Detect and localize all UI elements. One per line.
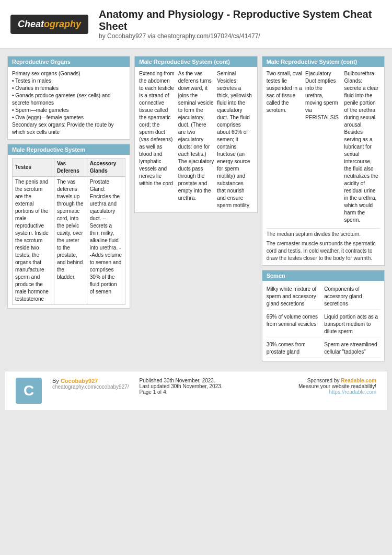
section-content-male-cont-col3: Two small, oval testes lie suspended in …	[262, 67, 384, 265]
logo: Cheatography	[10, 15, 88, 34]
semen-cell: Sperm are streamlined cellular "tadpoles…	[324, 339, 380, 358]
footer-meta: Published 30th November, 2023. Last upda…	[140, 378, 288, 395]
section-male-cont-col3: Male Reproductive System (cont) Two smal…	[262, 56, 385, 266]
section-header-semen: Semen	[262, 270, 384, 281]
section-content-semen: Milky white mixture of sperm and accesso…	[262, 281, 384, 361]
cell-testes: The penis and the scrotum are the extern…	[13, 177, 54, 305]
sponsor-by: Sponsored by	[307, 378, 340, 383]
section-reproductive-organs: Reproductive Organs Primary sex organs (…	[7, 56, 130, 140]
repro-primary-label: Primary sex organs (Gonads)	[12, 70, 125, 77]
section-content-male-cont-col2: Extending from the abdomen to each testi…	[135, 67, 257, 212]
col-testes: Testes	[13, 158, 54, 177]
col2-para3: Seminal Vesicles: secretes a thick, yell…	[217, 70, 252, 209]
section-male-repro: Male Reproductive System Testes Vas Defe…	[7, 144, 130, 309]
note2: The cremaster muscle surrounds the sperm…	[267, 240, 380, 262]
section-content-male: Testes Vas Deferens Accessory Glands The…	[8, 155, 130, 308]
sponsor-label: Sponsored by Readable.com	[298, 378, 376, 383]
col2-para1: Extending from the abdomen to each testi…	[139, 70, 175, 209]
semen-cell: Liquid portion acts as a transport mediu…	[324, 312, 380, 337]
author-name: Cocobaby927	[61, 378, 98, 384]
table-row: The penis and the scrotum are the extern…	[13, 177, 125, 305]
semen-cell: Components of accessory gland secretions	[324, 284, 380, 310]
list-item: • Ovaries in females	[12, 85, 125, 92]
list-item: • Gonads produce gametes (sex cells) and…	[12, 92, 125, 107]
semen-cell: Milky white mixture of sperm and accesso…	[267, 284, 322, 310]
sponsor-name: Readable.com	[341, 378, 376, 383]
column-2: Male Reproductive System (cont) Extendin…	[132, 54, 259, 364]
sponsor-tagline: Measure your website readability!	[298, 383, 376, 389]
col-acc: Accessory Glands	[87, 158, 125, 177]
footer-published: Published 30th November, 2023.	[140, 378, 288, 383]
page-header: Cheatography Anatomy and Physiology - Re…	[0, 0, 392, 49]
footer-page: Page 1 of 4.	[140, 389, 288, 395]
semen-grid: Milky white mixture of sperm and accesso…	[267, 284, 380, 358]
list-item: • Ova (eggs)—female gametes	[12, 114, 125, 121]
divider	[267, 228, 380, 229]
sponsor-url[interactable]: https://readable.com	[298, 389, 376, 395]
footer-link: cheatography.com/cocobaby927/	[52, 384, 129, 390]
footer-updated: Last updated 30th November, 2023.	[140, 383, 288, 389]
column-3: Male Reproductive System (cont) Two smal…	[260, 54, 387, 364]
column-1: Reproductive Organs Primary sex organs (…	[5, 54, 132, 364]
footer-logo: C	[16, 378, 42, 404]
semen-cell: 30% comes from prostate gland	[267, 339, 322, 358]
section-semen: Semen Milky white mixture of sperm and a…	[262, 270, 385, 361]
cell-vas: The vas deferens travels up through the …	[54, 177, 87, 305]
section-male-cont-col2: Male Reproductive System (cont) Extendin…	[134, 56, 257, 213]
secondary-sex-organs: Secondary sex organs: Provide the route …	[12, 121, 125, 136]
footer-author-section: By Cocobaby927 cheatography.com/cocobaby…	[52, 378, 129, 390]
main-content: Reproductive Organs Primary sex organs (…	[0, 49, 392, 369]
col2-content-grid: Extending from the abdomen to each testi…	[139, 70, 252, 209]
cell-acc: Prostate Gland: Encircles the urethra an…	[87, 177, 125, 305]
repro-table: Testes Vas Deferens Accessory Glands The…	[12, 158, 125, 305]
section-content-repro: Primary sex organs (Gonads) • Testes in …	[8, 67, 130, 139]
section-header-repro: Reproductive Organs	[8, 56, 130, 67]
footer-logo-letter: C	[24, 382, 34, 399]
col2-para2: As the vas deferens turns downward, it j…	[178, 70, 214, 209]
col3-top-grid: Two small, oval testes lie suspended in …	[267, 70, 380, 224]
repro-list: • Testes in males • Ovaries in females •…	[12, 77, 125, 121]
col-vas: Vas Deferens	[54, 158, 87, 177]
section-header-male: Male Reproductive System	[8, 144, 130, 155]
semen-cell: 65% of volume comes from seminal vesicle…	[267, 312, 322, 337]
list-item: • Testes in males	[12, 77, 125, 85]
list-item: • Sperm—male gametes	[12, 107, 125, 114]
page-subtitle: by Cocobaby927 via cheatography.com/1970…	[99, 32, 382, 40]
section-header-male-cont-col2: Male Reproductive System (cont)	[135, 56, 257, 67]
col3-block2: Ejaculatory Duct empties into the urethr…	[305, 70, 341, 224]
footer-sponsor: Sponsored by Readable.com Measure your w…	[298, 378, 376, 395]
header-title: Anatomy and Physiology - Reproductive Sy…	[99, 8, 382, 40]
page-footer: C By Cocobaby927 cheatography.com/cocoba…	[5, 371, 387, 410]
author-by-label: By	[52, 378, 59, 384]
col3-block1: Two small, oval testes lie suspended in …	[267, 70, 302, 224]
page-title: Anatomy and Physiology - Reproductive Sy…	[99, 8, 382, 32]
col3-block3: Bulbourethra Glands: secrete a clear flu…	[344, 70, 380, 224]
note1: The median septum divides the scrotum.	[267, 231, 380, 238]
sponsor-link[interactable]: https://readable.com	[329, 389, 376, 395]
footer-author: By Cocobaby927	[52, 378, 129, 384]
section-header-male-cont-col3: Male Reproductive System (cont)	[262, 56, 384, 67]
table-header-row: Testes Vas Deferens Accessory Glands	[13, 158, 125, 177]
